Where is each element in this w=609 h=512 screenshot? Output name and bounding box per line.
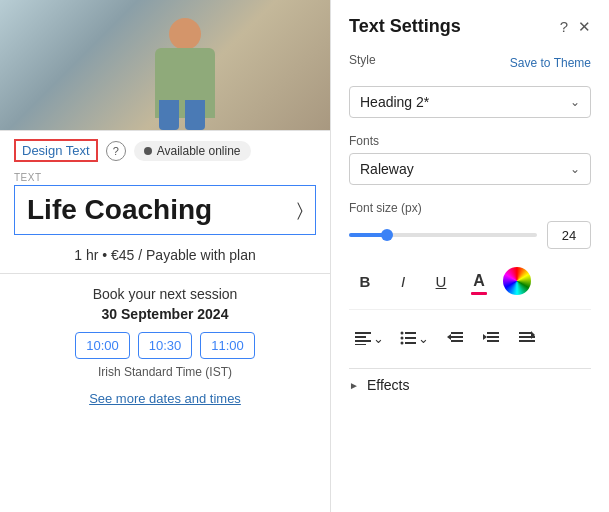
heading-box[interactable]: Life Coaching 〉: [14, 185, 316, 235]
style-dropdown-chevron: ⌄: [570, 95, 580, 109]
align-left-icon: [355, 331, 371, 345]
hero-image: [0, 0, 330, 130]
align-chevron: ⌄: [373, 331, 384, 346]
effects-row[interactable]: ► Effects: [349, 368, 591, 401]
style-dropdown-block: Heading 2* ⌄: [349, 86, 591, 118]
person-legs-left: [159, 100, 179, 130]
fonts-dropdown-chevron: ⌄: [570, 162, 580, 176]
font-size-input[interactable]: [547, 221, 591, 249]
svg-rect-7: [405, 337, 416, 339]
svg-rect-5: [405, 332, 416, 334]
svg-rect-3: [355, 344, 366, 345]
panel-title: Text Settings: [349, 16, 461, 37]
book-title: Book your next session: [14, 286, 316, 302]
align-toolbar: ⌄ ⌄: [349, 322, 591, 354]
svg-rect-11: [451, 336, 463, 338]
hero-figure: [135, 10, 235, 130]
close-panel-button[interactable]: ✕: [578, 18, 591, 36]
svg-rect-16: [487, 340, 499, 342]
right-panel: Text Settings ? ✕ Style Save to Theme He…: [330, 0, 609, 512]
design-text-bar: Design Text ? Available online: [0, 130, 330, 170]
time-slot-3[interactable]: 11:00: [200, 332, 255, 359]
cursor-icon: 〉: [297, 200, 303, 221]
list-chevron: ⌄: [418, 331, 429, 346]
font-size-row: [349, 221, 591, 249]
style-dropdown-value: Heading 2*: [360, 94, 429, 110]
timezone: Irish Standard Time (IST): [14, 365, 316, 379]
bold-button[interactable]: B: [349, 265, 381, 297]
svg-rect-14: [487, 332, 499, 334]
fonts-dropdown[interactable]: Raleway ⌄: [349, 153, 591, 185]
panel-header: Text Settings ? ✕: [349, 16, 591, 37]
effects-label: Effects: [367, 377, 410, 393]
time-slot-2[interactable]: 10:30: [138, 332, 193, 359]
heading-section: Life Coaching 〉: [0, 183, 330, 241]
svg-rect-0: [355, 332, 371, 334]
svg-marker-13: [447, 334, 451, 340]
time-slots: 10:00 10:30 11:00: [14, 332, 316, 359]
italic-button[interactable]: I: [387, 265, 419, 297]
heading-text: Life Coaching: [27, 194, 212, 226]
person-head: [169, 18, 201, 50]
svg-point-8: [401, 342, 404, 345]
slider-thumb[interactable]: [381, 229, 393, 241]
svg-rect-15: [487, 336, 499, 338]
design-text-button[interactable]: Design Text: [14, 139, 98, 162]
person-legs-right: [185, 100, 205, 130]
booking-section: Book your next session 30 September 2024…: [0, 274, 330, 407]
svg-point-6: [401, 337, 404, 340]
svg-rect-18: [519, 332, 531, 334]
format-toolbar: B I U A: [349, 265, 591, 310]
text-color-button[interactable]: A: [463, 265, 495, 297]
svg-rect-9: [405, 342, 416, 344]
indent-decrease-button[interactable]: [439, 322, 471, 354]
save-to-theme-link[interactable]: Save to Theme: [510, 56, 591, 70]
see-more-link[interactable]: See more dates and times: [89, 391, 241, 406]
list-dropdown[interactable]: ⌄: [394, 327, 435, 350]
style-label: Style: [349, 53, 376, 67]
available-label: Available online: [157, 144, 241, 158]
text-color-indicator: [471, 292, 487, 295]
help-icon[interactable]: ?: [106, 141, 126, 161]
available-dot: [144, 147, 152, 155]
text-direction-button[interactable]: [511, 322, 543, 354]
svg-rect-2: [355, 340, 371, 342]
available-pill: Available online: [134, 141, 251, 161]
svg-rect-12: [451, 340, 463, 342]
text-direction-icon: [519, 331, 535, 345]
fonts-label: Fonts: [349, 134, 591, 148]
effects-arrow-icon: ►: [349, 380, 359, 391]
book-date: 30 September 2024: [14, 306, 316, 322]
svg-rect-1: [355, 336, 366, 338]
service-info: 1 hr • €45 / Payable with plan: [0, 241, 330, 274]
fonts-dropdown-value: Raleway: [360, 161, 414, 177]
time-slot-1[interactable]: 10:00: [75, 332, 130, 359]
style-dropdown[interactable]: Heading 2* ⌄: [349, 86, 591, 118]
help-panel-icon[interactable]: ?: [560, 18, 568, 35]
font-size-label: Font size (px): [349, 201, 591, 215]
font-size-block: Font size (px): [349, 201, 591, 249]
style-row: Style Save to Theme: [349, 53, 591, 72]
palette-icon: [503, 267, 531, 295]
palette-button[interactable]: [501, 265, 533, 297]
font-size-slider-track[interactable]: [349, 233, 537, 237]
text-color-a-icon: A: [473, 272, 485, 290]
svg-point-4: [401, 332, 404, 335]
align-left-dropdown[interactable]: ⌄: [349, 327, 390, 350]
text-sublabel: TEXT: [0, 170, 330, 183]
svg-rect-10: [451, 332, 463, 334]
svg-rect-20: [519, 340, 535, 342]
indent-decrease-icon: [447, 331, 463, 345]
header-icons: ? ✕: [560, 18, 591, 36]
svg-marker-17: [483, 334, 487, 340]
fonts-block: Fonts Raleway ⌄: [349, 134, 591, 185]
underline-button[interactable]: U: [425, 265, 457, 297]
indent-increase-button[interactable]: [475, 322, 507, 354]
list-icon: [400, 331, 416, 345]
indent-increase-icon: [483, 331, 499, 345]
left-panel: Design Text ? Available online TEXT Life…: [0, 0, 330, 512]
